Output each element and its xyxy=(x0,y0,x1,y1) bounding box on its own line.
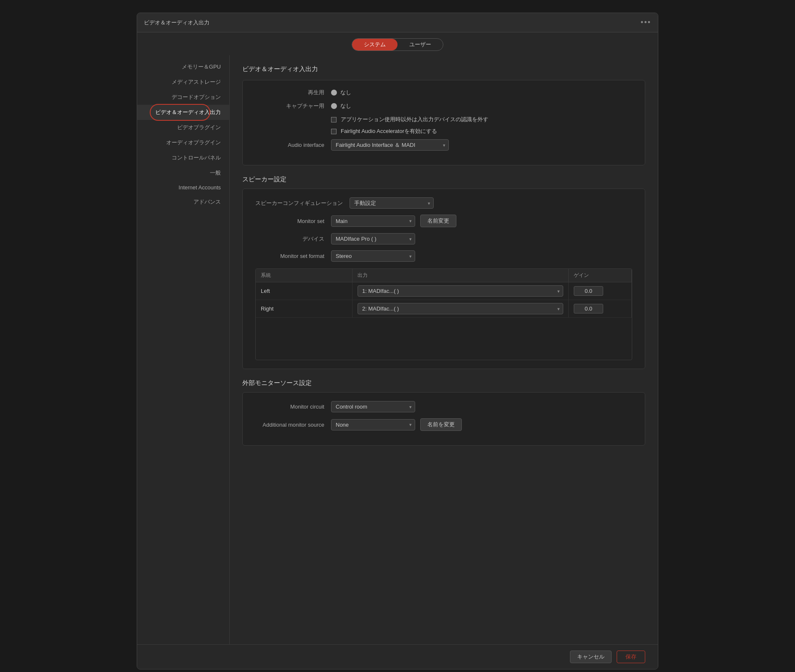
main-content: ビデオ＆オーディオ入出力 再生用 なし キャプチャー用 なし xyxy=(230,55,658,644)
speaker-config-select-wrapper: 手動設定 xyxy=(350,197,434,209)
sidebar-item-decode-options[interactable]: デコードオプション xyxy=(137,90,229,105)
monitor-set-select[interactable]: Main xyxy=(331,215,415,227)
fairlight-accelerator-checkbox[interactable] xyxy=(331,129,337,134)
cancel-button[interactable]: キャンセル xyxy=(570,651,612,663)
playback-label: 再生用 xyxy=(255,89,331,96)
speaker-config-row: スピーカーコンフィギュレーション 手動設定 xyxy=(255,197,632,209)
right-output-select[interactable]: 2: MADIfac...( ) xyxy=(358,303,563,314)
monitor-set-select-wrapper: Main xyxy=(331,215,415,227)
table-empty-space xyxy=(256,318,632,360)
speaker-panel: スピーカーコンフィギュレーション 手動設定 Monitor set Main xyxy=(242,189,645,369)
channel-table: 系統 出力 ゲイン Left 1: MADIfac...( ) xyxy=(255,268,632,360)
sidebar-item-video-plugins[interactable]: ビデオプラグイン xyxy=(137,120,229,135)
audio-interface-select-wrapper: Fairlight Audio Interface ＆ MADI xyxy=(331,139,449,151)
right-gain-cell xyxy=(569,300,632,317)
right-channel-cell: Right xyxy=(256,300,352,317)
monitor-circuit-select[interactable]: Control room xyxy=(331,401,415,412)
right-output-select-wrapper: 2: MADIfac...( ) xyxy=(358,303,563,314)
header-channel: 系統 xyxy=(256,269,352,282)
right-gain-input[interactable] xyxy=(574,304,603,313)
tab-bar: システム ユーザー xyxy=(137,32,658,55)
monitor-circuit-label: Monitor circuit xyxy=(255,404,331,410)
device-row: デバイス MADIface Pro ( ) xyxy=(255,233,632,244)
footer: キャンセル 保存 xyxy=(137,644,658,669)
window-menu-dots[interactable]: ••• xyxy=(641,18,651,27)
sidebar-item-internet-accounts[interactable]: Internet Accounts xyxy=(137,181,229,194)
sidebar-item-audio-plugins[interactable]: オーディオプラグイン xyxy=(137,135,229,150)
capture-label: キャプチャー用 xyxy=(255,102,331,110)
page-title: ビデオ＆オーディオ入出力 xyxy=(242,65,645,73)
sidebar-item-advance[interactable]: アドバンス xyxy=(137,194,229,210)
playback-radio[interactable] xyxy=(331,90,337,96)
sidebar-item-control-panel[interactable]: コントロールパネル xyxy=(137,150,229,165)
device-select[interactable]: MADIface Pro ( ) xyxy=(331,233,415,244)
additional-monitor-rename-button[interactable]: 名前を変更 xyxy=(420,418,462,431)
tab-user[interactable]: ユーザー xyxy=(398,39,443,50)
checkbox-row-2: Fairlight Audio Acceleratorを有効にする xyxy=(331,127,632,135)
monitor-set-rename-button[interactable]: 名前変更 xyxy=(420,215,456,227)
table-row: Right 2: MADIfac...( ) xyxy=(256,300,632,318)
fairlight-accelerator-label: Fairlight Audio Acceleratorを有効にする xyxy=(341,127,437,135)
capture-value: なし xyxy=(340,102,351,110)
save-button[interactable]: 保存 xyxy=(617,651,645,663)
audio-interface-label: Audio interface xyxy=(255,142,331,148)
sidebar-item-media-storage[interactable]: メディアストレージ xyxy=(137,74,229,90)
deactivate-device-label: アプリケーション使用時以外は入出力デバイスの認識を外す xyxy=(341,116,488,123)
additional-monitor-row: Additional monitor source None 名前を変更 xyxy=(255,418,632,431)
window-title: ビデオ＆オーディオ入出力 xyxy=(144,19,209,27)
monitor-set-label: Monitor set xyxy=(255,218,331,224)
additional-monitor-label: Additional monitor source xyxy=(255,422,331,428)
monitor-format-label: Monitor set format xyxy=(255,253,331,259)
speaker-config-select[interactable]: 手動設定 xyxy=(350,197,434,209)
additional-monitor-select[interactable]: None xyxy=(331,419,415,430)
speaker-config-label: スピーカーコンフィギュレーション xyxy=(255,199,350,207)
left-gain-input[interactable] xyxy=(574,286,603,296)
right-output-cell: 2: MADIfac...( ) xyxy=(352,300,569,317)
capture-radio-group: なし xyxy=(331,102,351,110)
video-audio-panel: 再生用 なし キャプチャー用 なし アプリ xyxy=(242,80,645,165)
playback-row: 再生用 なし xyxy=(255,89,632,96)
playback-radio-group: なし xyxy=(331,89,351,96)
additional-monitor-select-wrapper: None xyxy=(331,419,415,430)
sidebar-item-video-audio[interactable]: ビデオ＆オーディオ入出力 xyxy=(137,105,229,120)
external-monitor-panel: Monitor circuit Control room Additional … xyxy=(242,392,645,446)
checkbox-row-1: アプリケーション使用時以外は入出力デバイスの認識を外す xyxy=(331,116,632,123)
playback-value: なし xyxy=(340,89,351,96)
header-gain: ゲイン xyxy=(569,269,632,282)
deactivate-device-checkbox[interactable] xyxy=(331,117,337,122)
monitor-format-row: Monitor set format Stereo xyxy=(255,250,632,262)
monitor-circuit-select-wrapper: Control room xyxy=(331,401,415,412)
device-select-wrapper: MADIface Pro ( ) xyxy=(331,233,415,244)
tab-system[interactable]: システム xyxy=(352,39,398,50)
sidebar: メモリー＆GPU メディアストレージ デコードオプション ビデオ＆オーディオ入出… xyxy=(137,55,230,644)
table-header: 系統 出力 ゲイン xyxy=(256,269,632,282)
device-label: デバイス xyxy=(255,235,331,243)
capture-row: キャプチャー用 なし xyxy=(255,102,632,110)
external-monitor-section-title: 外部モニターソース設定 xyxy=(242,379,645,387)
header-output: 出力 xyxy=(352,269,569,282)
sidebar-item-general[interactable]: 一般 xyxy=(137,165,229,181)
left-output-cell: 1: MADIfac...( ) xyxy=(352,282,569,300)
table-row: Left 1: MADIfac...( ) xyxy=(256,282,632,300)
speaker-section-title: スピーカー設定 xyxy=(242,175,645,183)
capture-radio[interactable] xyxy=(331,103,337,109)
sidebar-item-memory-gpu[interactable]: メモリー＆GPU xyxy=(137,59,229,74)
monitor-set-row: Monitor set Main 名前変更 xyxy=(255,215,632,227)
monitor-circuit-row: Monitor circuit Control room xyxy=(255,401,632,412)
audio-interface-select[interactable]: Fairlight Audio Interface ＆ MADI xyxy=(331,139,449,151)
left-output-select-wrapper: 1: MADIfac...( ) xyxy=(358,285,563,297)
monitor-format-select-wrapper: Stereo xyxy=(331,250,415,262)
left-output-select[interactable]: 1: MADIfac...( ) xyxy=(358,285,563,297)
monitor-format-select[interactable]: Stereo xyxy=(331,250,415,262)
left-gain-cell xyxy=(569,282,632,300)
audio-interface-row: Audio interface Fairlight Audio Interfac… xyxy=(255,139,632,151)
left-channel-cell: Left xyxy=(256,282,352,300)
